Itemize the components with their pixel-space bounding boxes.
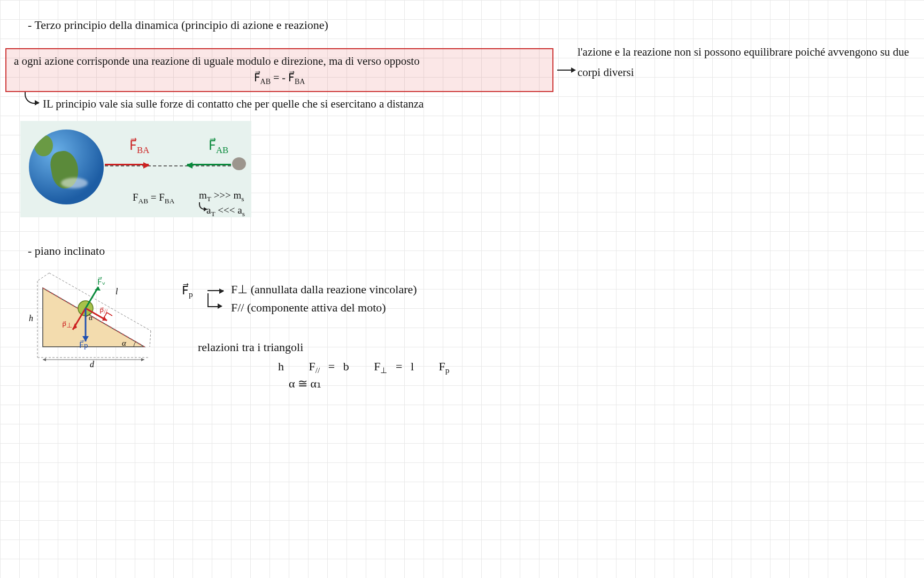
svg-line-4	[150, 331, 151, 347]
svg-text:d: d	[90, 360, 95, 369]
hook-arrow-icon	[199, 202, 206, 210]
svg-text:h: h	[29, 314, 33, 323]
f-parallel-text: F// (componente attiva del moto)	[231, 301, 386, 315]
force-ab-arrow	[187, 164, 231, 165]
highlight-box: a ogni azione corrisponde una reazione d…	[5, 48, 553, 92]
principle-subline: IL principio vale sia sulle forze di con…	[43, 97, 424, 111]
split-arrow-down-icon	[207, 293, 221, 307]
highlight-equation: F⃗AB = - F⃗BA	[254, 71, 305, 86]
section1-title: - Terzo principio della dinamica (princi…	[28, 18, 328, 32]
arrow-to-sidenote	[557, 70, 575, 71]
notes-page: - Terzo principio della dinamica (princi…	[0, 0, 924, 578]
svg-text:α: α	[122, 339, 127, 347]
diagram-eq1: FAB = FBA	[133, 192, 174, 206]
svg-text:F⃗ᵥ: F⃗ᵥ	[97, 277, 105, 286]
side-note-text: l'azione e la reazione non si possono eq…	[578, 42, 920, 82]
diagram-eq2: mT >>> ms	[199, 189, 244, 203]
inclined-plane-diagram: F⃗ᵥ P⃗⊥ P⃗// F⃗p α α h d l	[17, 268, 161, 374]
relations-title: relazioni tra i triangoli	[198, 340, 303, 354]
svg-marker-27	[141, 358, 144, 361]
corner-arrow-icon	[25, 92, 38, 104]
moon-icon	[232, 157, 246, 170]
split-arrow-right-icon	[207, 290, 224, 291]
svg-text:F⃗p: F⃗p	[79, 340, 88, 349]
fp-vector-label: F⃗p	[182, 284, 193, 299]
svg-text:l: l	[116, 287, 118, 296]
earth-icon	[29, 130, 104, 204]
force-ab-label: F⃗AB	[209, 138, 228, 156]
force-ba-label: F⃗BA	[129, 138, 149, 156]
diagram-eq3: aT <<< as	[206, 204, 245, 218]
highlight-text: a ogni azione corrisponde una reazione d…	[14, 55, 545, 68]
svg-marker-26	[43, 358, 46, 361]
distance-line	[105, 165, 231, 166]
svg-line-3	[37, 273, 49, 281]
relation-proportion: h F// = b F⊥ = l Fp	[278, 360, 449, 375]
section2-title: - piano inclinato	[28, 244, 105, 258]
svg-text:P⃗⊥: P⃗⊥	[62, 321, 72, 329]
f-perpendicular-text: F⊥ (annullata dalla reazione vincolare)	[231, 283, 417, 296]
force-ba-arrow	[105, 164, 149, 165]
svg-text:P⃗//: P⃗//	[99, 307, 108, 315]
earth-moon-diagram: F⃗BA F⃗AB FAB = FBA mT >>> ms aT <<< as	[20, 121, 251, 217]
relation-angles: α ≅ α₁	[289, 377, 321, 391]
svg-text:α: α	[89, 314, 93, 322]
